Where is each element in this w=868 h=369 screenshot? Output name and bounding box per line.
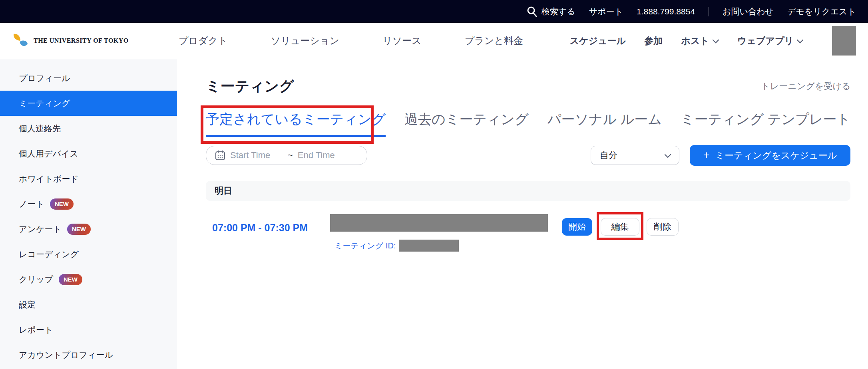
host-filter-select[interactable]: 自分 [591, 146, 679, 165]
top-utility-bar: 検索する サポート 1.888.799.8854 お問い合わせ デモをリクエスト [0, 0, 868, 23]
nav-host-label: ホスト [681, 35, 709, 47]
chevron-down-icon [665, 154, 671, 158]
site-header: THE UNIVERSITY OF TOKYO プロダクト ソリューション リソ… [0, 23, 868, 59]
search-icon [526, 6, 538, 17]
meeting-id-row: ミーティング ID: [334, 240, 459, 252]
tab-meeting-templates[interactable]: ミーティング テンプレート [681, 111, 850, 136]
delete-button[interactable]: 削除 [647, 218, 679, 236]
sidebar-item-surveys[interactable]: アンケート NEW [0, 216, 177, 242]
sidebar-item-recordings[interactable]: レコーディング [0, 242, 177, 267]
topbar-divider [709, 7, 709, 16]
schedule-meeting-button[interactable]: + ミーティングをスケジュール [690, 145, 851, 166]
edit-button[interactable]: 編集 [601, 218, 639, 236]
sidebar-item-settings[interactable]: 設定 [0, 292, 177, 317]
tab-personal-room[interactable]: パーソナル ルーム [547, 111, 662, 136]
section-tomorrow: 明日 [206, 181, 850, 201]
search-label: 検索する [542, 6, 575, 17]
host-filter-value: 自分 [600, 149, 617, 161]
profile-avatar-redacted[interactable] [832, 26, 856, 56]
nav-web-app-label: ウェブアプリ [737, 35, 794, 47]
chevron-down-icon [797, 40, 803, 44]
new-badge: NEW [67, 224, 91, 235]
range-separator: ~ [288, 150, 293, 161]
nav-join[interactable]: 参加 [644, 35, 663, 47]
end-time-input[interactable] [298, 150, 350, 161]
meeting-id-label: ミーティング ID: [334, 240, 396, 251]
request-demo-link[interactable]: デモをリクエスト [787, 6, 856, 17]
account-nav: スケジュール 参加 ホスト ウェブアプリ [569, 26, 856, 56]
support-link[interactable]: サポート [589, 6, 623, 17]
schedule-meeting-label: ミーティングをスケジュール [715, 149, 837, 162]
calendar-icon [215, 150, 225, 161]
start-button[interactable]: 開始 [562, 218, 592, 236]
tab-previous-meetings[interactable]: 過去のミーティング [404, 111, 529, 136]
sidebar-item-reports[interactable]: レポート [0, 317, 177, 342]
sidebar-item-meetings[interactable]: ミーティング [0, 91, 177, 116]
phone-number[interactable]: 1.888.799.8854 [637, 7, 695, 16]
new-badge: NEW [50, 198, 74, 210]
sidebar-item-whiteboard[interactable]: ホワイトボード [0, 166, 177, 191]
sidebar-item-personal-contacts[interactable]: 個人連絡先 [0, 116, 177, 141]
main-content: ミーティング トレーニングを受ける 予定されているミーティング 過去のミーティン… [177, 59, 868, 369]
sidebar-item-profile[interactable]: プロフィール [0, 65, 177, 91]
page-body: プロフィール ミーティング 個人連絡先 個人用デバイス ホワイトボード ノート … [0, 59, 868, 369]
nav-web-app[interactable]: ウェブアプリ [737, 35, 803, 47]
sidebar-item-account-profile[interactable]: アカウントプロフィール [0, 342, 177, 367]
tab-upcoming-meetings[interactable]: 予定されているミーティング [206, 111, 386, 137]
new-badge: NEW [59, 274, 82, 285]
nav-schedule[interactable]: スケジュール [569, 35, 626, 47]
meeting-list-item: 07:00 PM - 07:30 PM ミーティング ID: 開始 編集 削除 [206, 214, 850, 262]
meeting-time: 07:00 PM - 07:30 PM [212, 222, 308, 234]
sidebar-item-notes[interactable]: ノート NEW [0, 191, 177, 216]
zoom-web-portal: 検索する サポート 1.888.799.8854 お問い合わせ デモをリクエスト… [0, 0, 868, 369]
filter-row: ~ 自分 + ミーティングをスケジュール [206, 145, 850, 166]
nav-products[interactable]: プロダクト [179, 34, 228, 47]
get-training-link[interactable]: トレーニングを受ける [761, 80, 850, 92]
nav-plans-pricing[interactable]: プランと料金 [465, 34, 523, 47]
start-time-input[interactable] [230, 150, 283, 161]
logo-text: THE UNIVERSITY OF TOKYO [34, 37, 129, 44]
utokyo-ginkgo-icon [12, 32, 29, 49]
section-label: 明日 [215, 185, 232, 197]
plus-icon: + [703, 149, 710, 161]
product-nav: プロダクト ソリューション リソース プランと料金 [179, 34, 523, 47]
meetings-tabs: 予定されているミーティング 過去のミーティング パーソナル ルーム ミーティング… [206, 111, 850, 136]
nav-solutions[interactable]: ソリューション [271, 34, 339, 47]
sidebar-item-personal-devices[interactable]: 個人用デバイス [0, 141, 177, 166]
chevron-down-icon [713, 40, 719, 44]
sidebar-item-clips[interactable]: クリップ NEW [0, 267, 177, 292]
nav-host[interactable]: ホスト [681, 35, 719, 47]
meeting-id-redacted [399, 240, 459, 252]
contact-link[interactable]: お問い合わせ [723, 6, 774, 17]
meeting-topic-redacted[interactable] [330, 214, 548, 232]
page-title: ミーティング [206, 77, 294, 96]
sidebar: プロフィール ミーティング 個人連絡先 個人用デバイス ホワイトボード ノート … [0, 59, 177, 369]
date-range-picker[interactable]: ~ [206, 146, 367, 165]
search-button[interactable]: 検索する [526, 6, 575, 17]
nav-resources[interactable]: リソース [382, 34, 422, 47]
utokyo-logo[interactable]: THE UNIVERSITY OF TOKYO [12, 32, 129, 49]
